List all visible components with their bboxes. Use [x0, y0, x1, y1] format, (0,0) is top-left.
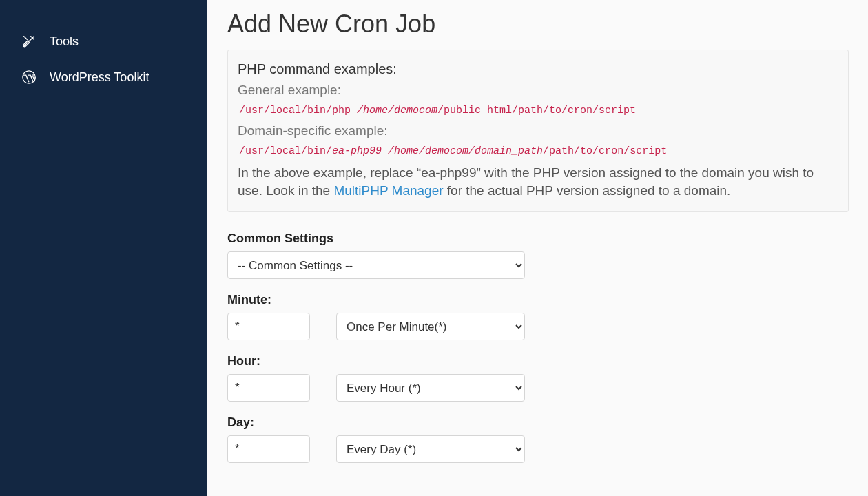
minute-select[interactable]: Once Per Minute(*)	[336, 313, 525, 340]
minute-row: Minute: Once Per Minute(*)	[227, 293, 849, 340]
sidebar: Tools WordPress Toolkit	[0, 0, 207, 496]
domain-example-label: Domain-specific example:	[238, 123, 838, 138]
day-label: Day:	[227, 415, 849, 430]
main-content: Add New Cron Job PHP command examples: G…	[207, 0, 868, 496]
examples-panel: PHP command examples: General example: /…	[227, 50, 849, 212]
hour-label: Hour:	[227, 354, 849, 369]
wrench-icon	[21, 33, 37, 50]
minute-input[interactable]	[227, 313, 310, 340]
hour-select[interactable]: Every Hour (*)	[336, 374, 525, 402]
domain-example-code: /usr/local/bin/ea-php99 /home/democom/do…	[238, 143, 838, 160]
examples-title: PHP command examples:	[238, 61, 838, 77]
sidebar-item-label: Tools	[50, 34, 79, 49]
hour-row: Hour: Every Hour (*)	[227, 354, 849, 402]
sidebar-item-wordpress-toolkit[interactable]: WordPress Toolkit	[0, 59, 207, 95]
multiphp-manager-link[interactable]: MultiPHP Manager	[333, 183, 443, 198]
day-select[interactable]: Every Day (*)	[336, 435, 525, 463]
minute-label: Minute:	[227, 293, 849, 307]
common-settings-select[interactable]: -- Common Settings --	[227, 251, 525, 279]
examples-note: In the above example, replace “ea-php99”…	[238, 164, 838, 199]
svg-line-1	[24, 37, 28, 40]
wordpress-icon	[21, 69, 37, 85]
day-row: Day: Every Day (*)	[227, 415, 849, 463]
day-input[interactable]	[227, 435, 310, 463]
common-settings-label: Common Settings	[227, 231, 849, 246]
general-example-label: General example:	[238, 83, 838, 98]
general-example-code: /usr/local/bin/php /home/democom/public_…	[238, 102, 838, 119]
hour-input[interactable]	[227, 374, 310, 402]
sidebar-item-label: WordPress Toolkit	[50, 70, 149, 85]
page-title: Add New Cron Job	[227, 10, 849, 39]
common-settings-row: Common Settings -- Common Settings --	[227, 231, 849, 279]
sidebar-item-tools[interactable]: Tools	[0, 23, 207, 59]
